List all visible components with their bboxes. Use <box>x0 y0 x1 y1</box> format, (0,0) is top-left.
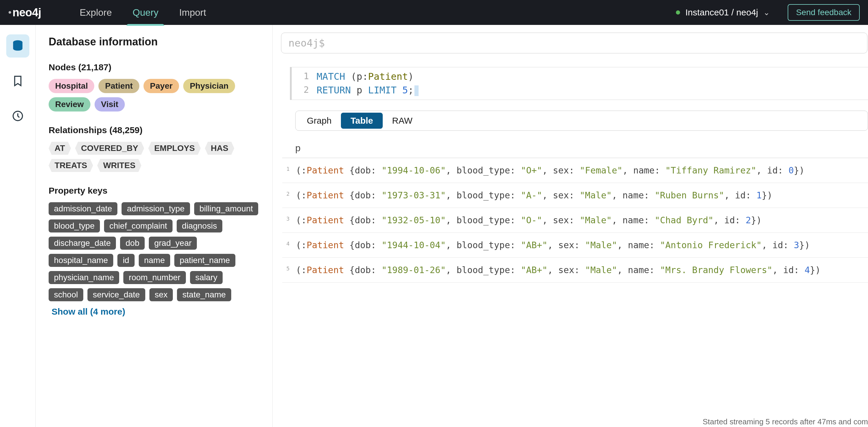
bookmark-icon[interactable] <box>6 69 29 93</box>
rel-type-covered_by[interactable]: COVERED_BY <box>75 142 144 155</box>
rel-type-writes[interactable]: WRITES <box>97 159 142 172</box>
sidebar-title: Database information <box>49 36 260 48</box>
prop-key-admission_type[interactable]: admission_type <box>122 202 190 215</box>
prop-key-room_number[interactable]: room_number <box>123 271 186 284</box>
node-label-review[interactable]: Review <box>49 97 90 112</box>
node-label-payer[interactable]: Payer <box>144 79 179 93</box>
brand-text: neo4j <box>12 6 41 19</box>
prop-key-diagnosis[interactable]: diagnosis <box>177 219 222 233</box>
sidebar: Database information Nodes (21,187) Hosp… <box>36 25 273 427</box>
row-index: 1 <box>286 166 293 172</box>
prop-key-discharge_date[interactable]: discharge_date <box>49 237 116 250</box>
result-row[interactable]: 1(:Patient {dob: "1994-10-06", blood_typ… <box>282 158 868 183</box>
rel-type-treats[interactable]: TREATS <box>49 159 93 172</box>
logo-dot-icon: • <box>8 7 11 18</box>
row-index: 5 <box>286 265 293 272</box>
property-keys-label: Property keys <box>49 186 260 196</box>
icon-rail <box>0 25 36 427</box>
cypher-editor[interactable]: 1MATCH (p:Patient)2RETURN p LIMIT 5; <box>290 67 868 100</box>
query-prompt: neo4j$ <box>288 37 325 49</box>
row-index: 2 <box>286 191 293 197</box>
rel-type-employs[interactable]: EMPLOYS <box>148 142 201 155</box>
node-labels-row: HospitalPatientPayerPhysicianReviewVisit <box>49 79 260 112</box>
database-icon[interactable] <box>6 34 29 58</box>
prop-key-patient_name[interactable]: patient_name <box>174 254 236 267</box>
instance-name: Instance01 / neo4j <box>685 7 758 18</box>
view-toggle-graph[interactable]: Graph <box>297 113 341 129</box>
send-feedback-button[interactable]: Send feedback <box>788 4 860 21</box>
nav-tabs: ExploreQueryImport <box>80 1 206 25</box>
result-row[interactable]: 3(:Patient {dob: "1932-05-10", blood_typ… <box>282 208 868 233</box>
logo: • neo4j <box>8 6 41 19</box>
instance-selector[interactable]: Instance01 / neo4j ⌄ <box>676 7 770 18</box>
view-toggle-table[interactable]: Table <box>341 113 382 129</box>
node-label-hospital[interactable]: Hospital <box>49 79 94 93</box>
app-header: • neo4j ExploreQueryImport Instance01 / … <box>0 0 868 25</box>
prop-key-id[interactable]: id <box>117 254 134 267</box>
code-line: 2RETURN p LIMIT 5; <box>297 83 868 97</box>
nav-tab-query[interactable]: Query <box>132 1 158 25</box>
property-keys-row: admission_dateadmission_typebilling_amou… <box>49 202 260 301</box>
prop-key-sex[interactable]: sex <box>149 288 173 301</box>
code-line: 1MATCH (p:Patient) <box>297 70 868 83</box>
show-all-link[interactable]: Show all (4 more) <box>52 307 260 317</box>
prop-key-service_date[interactable]: service_date <box>88 288 145 301</box>
status-dot-icon <box>676 10 680 14</box>
result-row[interactable]: 2(:Patient {dob: "1973-03-31", blood_typ… <box>282 183 868 208</box>
rel-type-has[interactable]: HAS <box>205 142 234 155</box>
nav-tab-explore[interactable]: Explore <box>80 1 112 25</box>
relationships-count-label: Relationships (48,259) <box>49 125 260 135</box>
prop-key-school[interactable]: school <box>49 288 83 301</box>
prop-key-name[interactable]: name <box>139 254 170 267</box>
row-index: 4 <box>286 241 293 247</box>
prop-key-chief_complaint[interactable]: chief_complaint <box>104 219 173 233</box>
history-icon[interactable] <box>6 104 29 127</box>
prop-key-billing_amount[interactable]: billing_amount <box>194 202 258 215</box>
prop-key-salary[interactable]: salary <box>190 271 223 284</box>
result-row[interactable]: 4(:Patient {dob: "1944-10-04", blood_typ… <box>282 233 868 258</box>
prop-key-grad_year[interactable]: grad_year <box>149 237 197 250</box>
prop-key-hospital_name[interactable]: hospital_name <box>49 254 113 267</box>
prop-key-dob[interactable]: dob <box>120 237 145 250</box>
results-panel: p 1(:Patient {dob: "1994-10-06", blood_t… <box>282 139 868 427</box>
result-column-header: p <box>282 139 868 158</box>
node-label-patient[interactable]: Patient <box>98 79 139 93</box>
rel-type-at[interactable]: AT <box>49 142 71 155</box>
chevron-down-icon: ⌄ <box>763 8 770 17</box>
line-number: 1 <box>297 70 309 83</box>
result-row[interactable]: 5(:Patient {dob: "1989-01-26", blood_typ… <box>282 258 868 283</box>
relationship-types-row: ATCOVERED_BYEMPLOYSHASTREATSWRITES <box>49 142 260 172</box>
cursor <box>414 85 418 96</box>
node-label-visit[interactable]: Visit <box>95 97 125 112</box>
nav-tab-import[interactable]: Import <box>179 1 206 25</box>
row-index: 3 <box>286 216 293 222</box>
content-pane: neo4j$ 1MATCH (p:Patient)2RETURN p LIMIT… <box>273 25 868 427</box>
stream-status: Started streaming 5 records after 47ms a… <box>703 417 868 426</box>
view-toggle-raw[interactable]: RAW <box>383 113 422 129</box>
prop-key-physician_name[interactable]: physician_name <box>49 271 119 284</box>
prop-key-state_name[interactable]: state_name <box>177 288 231 301</box>
prop-key-admission_date[interactable]: admission_date <box>49 202 117 215</box>
line-number: 2 <box>297 83 309 97</box>
prop-key-blood_type[interactable]: blood_type <box>49 219 100 233</box>
query-input[interactable]: neo4j$ <box>281 33 867 53</box>
node-label-physician[interactable]: Physician <box>183 79 235 93</box>
result-view-toggle: GraphTableRAW <box>295 111 868 131</box>
nodes-count-label: Nodes (21,187) <box>49 62 260 72</box>
